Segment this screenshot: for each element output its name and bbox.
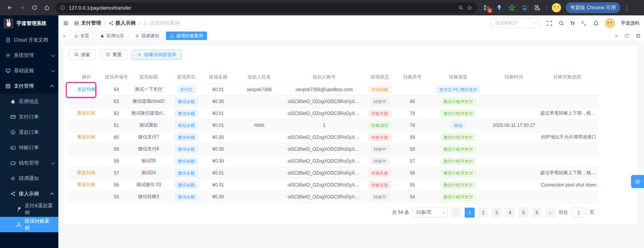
page-content: 搜索 重置 创建示例提现单 操作提现单编号提现标题提现类型提现金额收款人姓名收: [58, 41, 644, 248]
goto-page-input[interactable]: [571, 208, 586, 218]
browser-reload-icon[interactable]: [28, 2, 41, 14]
translate-icon[interactable]: 文A: [581, 20, 587, 26]
sidebar-item-withdraw-demo[interactable]: 提现转账案例: [0, 217, 58, 232]
extension-sidebar-icon[interactable]: 6: [483, 4, 490, 11]
zoom-out-icon[interactable]: [458, 5, 464, 10]
tabs-scroll-right-icon[interactable]: »: [615, 33, 618, 39]
sidebar-item-cloud-docs[interactable]: Cloud 开发文档: [0, 32, 58, 48]
refresh-page-icon[interactable]: [624, 33, 629, 38]
address-bar[interactable]: 127.0.0.1/pay/demo/transfer: [55, 2, 477, 13]
sidebar-item-infra[interactable]: 基础设施: [0, 63, 58, 78]
cell-status: 等待转账: [362, 83, 397, 95]
page-button-4[interactable]: 4: [505, 208, 515, 218]
create-withdraw-button[interactable]: 创建示例提现单: [132, 50, 182, 60]
cell-channel: 微信小程序支付: [427, 167, 489, 179]
page-button-5[interactable]: 5: [518, 208, 528, 218]
font-size-icon[interactable]: Tr: [570, 20, 575, 26]
fullscreen-icon[interactable]: [546, 20, 552, 26]
sidebar-item-label: 支付管理: [14, 83, 34, 90]
page-button-6[interactable]: 6: [532, 208, 542, 218]
collapse-sidebar-icon[interactable]: [63, 20, 69, 26]
sidebar-item-demo[interactable]: 接入示例: [0, 186, 58, 201]
table-row: 59微信支付6微信余额¥0.30oiSC85elO_OZogXODC5RoGyX…: [69, 143, 599, 155]
row-action-link[interactable]: 重新转账: [77, 134, 96, 140]
sidebar-item-transfer-order[interactable]: 转账订单: [0, 140, 58, 155]
browser-menu-icon[interactable]: ⋮: [623, 4, 630, 12]
tab-label: 首页: [80, 33, 89, 39]
chrome-update-button[interactable]: 有新版 Chrome 可用: [566, 2, 620, 13]
sidebar-item-pay-order[interactable]: 支付订单: [0, 109, 58, 125]
theme-settings-button[interactable]: [631, 175, 644, 188]
page-size-select[interactable]: 10条/页: [412, 208, 448, 218]
sidebar-item-system[interactable]: 系统管理: [0, 48, 58, 63]
page-button-3[interactable]: 3: [492, 208, 502, 218]
tab-回调通知[interactable]: 回调通知: [131, 32, 163, 40]
column-header: 转账失败原因: [539, 71, 599, 83]
reset-button[interactable]: 重置: [100, 50, 127, 60]
withdraw-icon: [143, 21, 148, 26]
table-row: 重新转账57测试04微信余额¥0.01oiSC85elO_OZogXODC5Ro…: [69, 167, 599, 179]
browser-profile-avatar[interactable]: [552, 3, 561, 12]
tabs-scroll-left-icon[interactable]: «: [61, 33, 67, 39]
breadcrumb-item[interactable]: 接入示例: [109, 20, 136, 27]
cell-payee-name: hhhh: [232, 119, 286, 131]
header-actions: 请选择租户 Tr 文A 芋道源码: [491, 18, 639, 28]
bookmark-star-icon[interactable]: [467, 5, 472, 10]
notification-bell-icon[interactable]: [593, 20, 599, 26]
cell-amount: ¥0.30: [204, 95, 232, 107]
row-action-link[interactable]: 重新转账: [77, 182, 96, 187]
cell-action: 发起转账: [69, 83, 104, 95]
sidebar-item-pay-refund-demo[interactable]: 支付&退款案例: [0, 201, 58, 217]
cell-channel: 微信小程序支付: [427, 179, 489, 191]
sidebar-item-label: 系统管理: [14, 52, 34, 59]
tab-应用信息[interactable]: 应用信息: [96, 32, 128, 40]
plus-icon: [137, 52, 142, 57]
breadcrumb-item[interactable]: 支付管理: [74, 20, 101, 27]
browser-home-icon[interactable]: [41, 2, 53, 14]
refund-icon: R: [10, 130, 16, 135]
layout-grid-icon[interactable]: [636, 33, 641, 38]
search-icon[interactable]: [558, 20, 564, 26]
sidebar-item-callback[interactable]: 回调通知: [0, 171, 58, 186]
status-tag: 微信小程序支付: [440, 110, 476, 117]
user-avatar[interactable]: [605, 18, 615, 28]
tab-label: 提现转账案例: [176, 33, 203, 39]
table-row: 63微信提现cloud2微信余额¥0.30oiSC85elO_OZogXODC5…: [69, 95, 599, 107]
site-info-icon[interactable]: [60, 5, 65, 10]
cell-transfer-time: [489, 107, 539, 119]
extensions-puzzle-icon[interactable]: [534, 4, 541, 11]
sidebar-item-refund-order[interactable]: R退款订单: [0, 125, 58, 140]
extension-layers-icon[interactable]: [521, 4, 528, 11]
search-button[interactable]: 搜索: [69, 50, 96, 60]
tab-提现转账案例[interactable]: 提现转账案例: [166, 32, 207, 40]
page-button-2[interactable]: 2: [478, 208, 488, 218]
sidebar-item-payment[interactable]: 支付管理: [0, 78, 58, 94]
cell-payee-name: [232, 167, 286, 179]
sidebar-item-app-info[interactable]: 应用信息: [0, 94, 58, 109]
extension-green-star-icon[interactable]: [508, 4, 515, 11]
page-number-list: 123456: [465, 208, 542, 218]
cell-amount: ¥0.01: [204, 107, 232, 119]
browser-forward-icon[interactable]: [16, 2, 28, 14]
row-action-link[interactable]: 发起转账: [77, 87, 96, 92]
app-logo[interactable]: 芋道管理系统: [0, 15, 58, 32]
table-row: 61测试退款钱包余额¥0.01hhhh1转账成功78钱包2025-05-11 1…: [69, 119, 599, 131]
page-button-1[interactable]: 1: [465, 208, 475, 218]
extension-blue-gem-icon[interactable]: [496, 4, 503, 11]
cell-withdraw-id: 63: [104, 95, 129, 107]
column-header: 提现状态: [362, 71, 397, 83]
row-action-link[interactable]: 重新转账: [77, 110, 96, 116]
tenant-select[interactable]: 请选择租户: [491, 18, 540, 28]
next-page-button[interactable]: ›: [545, 208, 555, 218]
row-action-link[interactable]: 重新转账: [77, 170, 96, 175]
prev-page-button[interactable]: ‹: [451, 208, 461, 218]
cell-title: 测试退款: [129, 119, 169, 131]
breadcrumb-item[interactable]: 提现转账案例: [143, 20, 180, 27]
tab-首页[interactable]: 首页: [70, 32, 93, 40]
url-text[interactable]: 127.0.0.1/pay/demo/transfer: [69, 5, 455, 11]
status-tag: 转账失败: [368, 110, 391, 117]
status-tag: 支付宝: [177, 86, 196, 93]
cell-withdraw-id: 64: [104, 83, 129, 95]
browser-back-icon[interactable]: [4, 2, 16, 14]
sidebar-item-wallet[interactable]: 钱包管理: [0, 155, 58, 171]
